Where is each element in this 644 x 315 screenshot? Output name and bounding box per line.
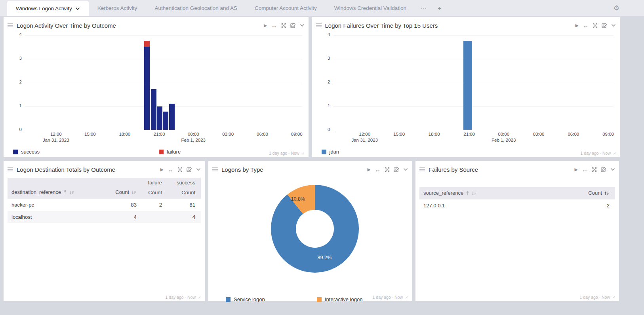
x-axis-tick: 06:00 [257,132,268,137]
table-cell: localhost [8,211,103,223]
edit-icon[interactable] [602,23,607,28]
sort-active-icon[interactable] [604,191,610,197]
arrows-horizontal-icon[interactable]: ↔ [271,23,277,28]
tab-kerberos-activity[interactable]: Kerberos Activity [89,0,146,16]
legend-label: success [21,149,40,155]
chart-bar[interactable] [169,104,175,130]
bar-segment-success [151,89,156,130]
bar-segment-success [157,106,162,130]
resize-grip-icon[interactable] [613,151,616,156]
expand-icon[interactable] [385,167,390,172]
drag-handle-icon[interactable] [212,167,218,171]
legend-item: jdarr [322,149,469,155]
y-axis-tick-label: 0 [11,127,22,132]
widget-timerange[interactable]: 1 day ago - Now [373,295,408,300]
chart-bar[interactable] [163,112,168,130]
sort-icon[interactable] [69,190,74,196]
legend-label: Service logon [234,296,265,302]
destination-totals-table: failure success destination_reference Co… [8,178,201,223]
expand-icon[interactable] [592,167,597,172]
column-header-destination-reference[interactable]: destination_reference [8,186,103,199]
tab-windows-credential-validation[interactable]: Windows Credential Validation [326,0,415,16]
expand-icon[interactable] [177,167,183,172]
y-axis-tick-label: 1 [319,103,330,108]
play-icon[interactable]: ▶ [575,167,578,172]
legend-swatch [317,297,322,302]
chevron-down-icon[interactable] [403,168,408,171]
edit-icon[interactable] [187,167,192,172]
dashboard-settings-button[interactable]: ⚙ [614,0,619,16]
x-axis-tick: 18:00 [429,132,440,137]
column-header-source-reference[interactable]: source_reference [419,187,579,199]
edit-icon[interactable] [290,23,296,28]
widget-failures-by-source: Failures by Source ▶ ↔ [415,161,619,302]
sort-icon[interactable] [131,190,137,196]
column-header-count-failure[interactable]: Count [139,186,164,199]
group-header-failure: failure [139,178,164,186]
donut-hole [296,210,334,248]
play-icon[interactable]: ▶ [368,167,371,172]
tab-computer-account-activity[interactable]: Computer Account Activity [246,0,326,16]
tab-label: Windows Logon Activity [16,6,72,11]
tab-overflow-button[interactable]: ··· [415,0,432,16]
tab-windows-logon-activity[interactable]: Windows Logon Activity [7,1,89,16]
legend-swatch [159,150,164,154]
column-header-count-total[interactable]: Count [103,186,139,199]
widget-timerange[interactable]: 1 day ago - Now [580,295,615,300]
drag-handle-icon[interactable] [419,167,425,171]
table-row[interactable]: 127.0.0.12 [419,199,615,212]
plus-icon: + [438,5,441,11]
play-icon[interactable]: ▶ [575,23,579,28]
tick-time-label: 21:00 [154,132,165,137]
tab-authentication-geolocation[interactable]: Authentication Geolocation and AS [146,0,246,16]
drag-handle-icon[interactable] [8,167,13,171]
tab-label: Kerberos Activity [97,5,137,11]
gridline [333,106,614,107]
bar-chart-plot: 01234 [333,35,614,130]
table-cell: 2 [139,199,164,211]
chevron-down-icon[interactable] [196,168,201,171]
tick-time-label: 00:00 [492,132,516,137]
play-icon[interactable]: ▶ [160,167,164,172]
edit-icon[interactable] [394,167,399,172]
drag-handle-icon[interactable] [316,23,322,27]
table-row[interactable]: hacker-pc83281 [8,199,201,211]
chart-bar[interactable] [463,41,472,130]
expand-icon[interactable] [593,23,598,28]
play-icon[interactable]: ▶ [264,23,267,28]
expand-icon[interactable] [281,23,286,28]
pin-icon[interactable] [466,191,469,197]
column-header-count[interactable]: Count [579,187,615,199]
resize-grip-icon[interactable] [612,295,615,300]
chart-bar[interactable] [157,106,162,130]
arrows-horizontal-icon[interactable]: ↔ [168,167,173,173]
legend-item: Service logon [226,296,317,302]
drag-handle-icon[interactable] [8,23,13,27]
pin-icon[interactable] [63,190,67,196]
chevron-down-icon[interactable] [611,24,616,27]
arrows-horizontal-icon[interactable]: ↔ [583,23,589,28]
widget-timerange[interactable]: 1 day ago - Now [166,295,201,300]
table-row[interactable]: localhost44 [8,211,201,223]
resize-grip-icon[interactable] [301,151,305,156]
gridline [25,106,302,107]
resize-grip-icon[interactable] [405,295,408,300]
widget-timerange[interactable]: 1 day ago - Now [269,151,304,156]
table-cell: 2 [579,199,615,212]
chart-bar[interactable] [151,89,156,130]
edit-icon[interactable] [601,167,606,172]
widget-timerange[interactable]: 1 day ago - Now [581,151,616,156]
chevron-down-icon[interactable] [610,168,615,171]
arrows-horizontal-icon[interactable]: ↔ [582,167,588,173]
chevron-down-icon[interactable] [300,24,305,27]
chart-bar[interactable] [144,41,150,130]
tab-add-button[interactable]: + [432,0,447,16]
chevron-down-icon [75,6,80,11]
dashboard-tabbar: Windows Logon Activity Kerberos Activity… [0,0,644,16]
arrows-horizontal-icon[interactable]: ↔ [375,167,381,173]
column-header-count-success[interactable]: Count [164,186,201,199]
x-axis-tick: 12:00Jan 31, 2023 [43,132,69,142]
resize-grip-icon[interactable] [198,295,201,300]
donut-chart[interactable]: 89.2%10.8% [271,185,359,273]
sort-icon[interactable] [472,191,477,197]
